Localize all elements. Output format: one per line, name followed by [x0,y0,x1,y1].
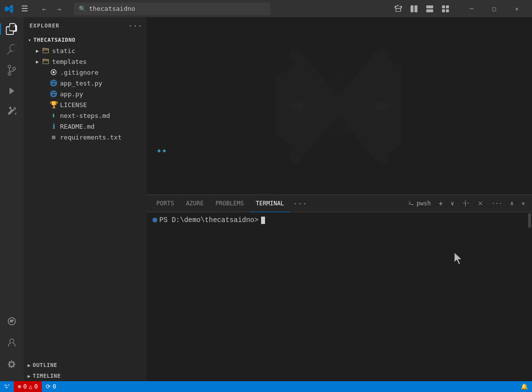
main-layout: EXPLORER ··· ▾ THECATSAIDNO ▶ st [0,17,532,381]
tree-item-license[interactable]: ▶ 🏆 LICENSE [24,99,147,110]
activity-item-search[interactable] [2,40,22,59]
broadcast-icon: ⟳ [46,383,51,390]
file-name-templates: templates [52,58,87,65]
vscode-logo-icon [4,4,14,14]
svg-rect-6 [442,9,445,12]
terminal-content[interactable]: PS D:\demo\thecatsaidno> [147,212,532,381]
mouse-cursor-icon [452,252,463,265]
close-panel-button[interactable]: ✕ [519,196,528,210]
activity-item-remote[interactable] [2,311,22,331]
status-remote-button[interactable] [0,381,14,392]
content-area: ✦✦ PORTS AZURE PROBLEMS TERMINAL ··· [147,17,532,381]
timeline-section: ▶ TIMELINE [24,370,147,381]
titlebar: ☰ ← → 🔍 thecatsaidno ─ □ [0,0,532,17]
status-bar: ⊗ 0 △ 0 ⟳ 0 🔔 [0,381,532,392]
svg-rect-2 [426,5,433,8]
tree-item-static[interactable]: ▶ static [24,45,147,56]
search-text: thecatsaidno [89,5,135,12]
root-chevron-icon: ▾ [26,36,33,44]
outline-header[interactable]: ▶ OUTLINE [24,360,147,370]
error-icon: ⊗ [18,383,21,390]
ellipsis-icon: ··· [492,200,502,207]
activity-item-run[interactable] [2,81,22,101]
folder-icon [41,46,50,55]
tab-azure[interactable]: AZURE [180,195,209,212]
tree-root-folder[interactable]: ▾ THECATSAIDNO [24,34,147,45]
status-bell-button[interactable]: 🔔 [517,381,532,392]
tab-problems[interactable]: PROBLEMS [209,195,250,212]
file-name-app-py: app.py [60,90,83,98]
extensions-button[interactable] [391,2,405,16]
file-name-static: static [52,47,75,55]
terminal-more-actions-button[interactable]: ··· [489,196,505,210]
svg-point-9 [53,71,55,73]
layout3-button[interactable] [439,2,452,16]
status-errors-button[interactable]: ⊗ 0 △ 0 [14,381,42,392]
tree-item-app-py[interactable]: ▶ app.py [24,88,147,99]
bell-icon: 🔔 [521,383,528,390]
terminal-tabs: PORTS AZURE PROBLEMS TERMINAL ··· [147,195,532,212]
svg-rect-3 [426,9,433,12]
split-terminal-button[interactable] [459,196,472,210]
status-info-button[interactable]: ⟳ 0 [42,381,60,392]
kill-terminal-button[interactable] [474,196,487,210]
svg-rect-1 [414,5,417,12]
svg-rect-7 [446,9,449,12]
layout1-button[interactable] [407,2,421,16]
sidebar: EXPLORER ··· ▾ THECATSAIDNO ▶ st [24,17,147,381]
outline-label: OUTLINE [33,362,58,368]
nav-back-button[interactable]: ← [37,2,51,16]
activity-item-extensions[interactable] [2,102,22,121]
tree-item-templates[interactable]: ▶ templates [24,56,147,67]
sidebar-more-button[interactable]: ··· [130,21,141,31]
timeline-label: TIMELINE [33,373,61,379]
svg-rect-0 [411,5,414,12]
terminal-prompt: PS D:\demo\thecatsaidno> [152,216,526,224]
shell-selector[interactable]: pwsh [405,196,434,210]
python-file-icon [49,89,58,98]
nav-forward-button[interactable]: → [52,2,66,16]
scrollbar-thumb[interactable] [528,213,531,228]
license-icon: 🏆 [49,100,58,109]
file-name-license: LICENSE [60,101,87,109]
python-file-icon [49,79,58,87]
activity-item-account[interactable] [2,333,22,353]
tree-item-app-test[interactable]: ▶ app_test.py [24,78,147,88]
tab-ports[interactable]: PORTS [150,195,180,212]
remote-icon [4,384,10,390]
activity-item-explorer[interactable] [2,19,22,39]
activity-item-source-control[interactable] [2,60,22,80]
layout2-button[interactable] [423,2,437,16]
close-button[interactable]: ✕ [505,0,528,17]
tree-item-readme[interactable]: ▶ ℹ README.md [24,121,147,132]
tree-item-requirements[interactable]: ▶ ≡ requirements.txt [24,132,147,142]
maximize-button[interactable]: □ [483,0,505,17]
warning-icon: △ [29,383,32,390]
vscode-watermark-icon [266,32,413,180]
minimize-button[interactable]: ─ [460,0,483,17]
tab-terminal[interactable]: TERMINAL [250,195,290,212]
hamburger-menu-button[interactable]: ☰ [18,2,31,16]
timeline-chevron-icon: ▶ [28,373,31,379]
collapse-panel-button[interactable]: ∧ [507,196,517,210]
outline-section: ▶ OUTLINE [24,360,147,370]
root-folder-name: THECATSAIDNO [33,37,75,43]
timeline-header[interactable]: ▶ TIMELINE [24,370,147,381]
activity-item-settings[interactable] [2,355,22,374]
terminal-tab-more-button[interactable]: ··· [290,195,310,212]
terminal-dropdown-button[interactable]: ∨ [448,196,457,210]
sidebar-actions: ··· [130,21,141,31]
terminal-scrollbar[interactable] [527,212,532,381]
tree-item-next-steps[interactable]: ▶ ⬇ next-steps.md [24,110,147,121]
plus-icon: + [439,199,443,207]
folder-chevron-icon: ▶ [33,47,41,55]
info-icon: ℹ [49,122,58,131]
gitignore-icon [49,68,58,77]
sidebar-header: EXPLORER ··· [24,17,147,34]
close-icon: ✕ [522,200,525,207]
tree-item-gitignore[interactable]: ▶ .gitignore [24,67,147,78]
search-bar[interactable]: 🔍 thecatsaidno [74,2,270,15]
warning-count: 0 [34,383,38,390]
svg-rect-4 [442,5,445,8]
add-terminal-button[interactable]: + [436,196,445,210]
